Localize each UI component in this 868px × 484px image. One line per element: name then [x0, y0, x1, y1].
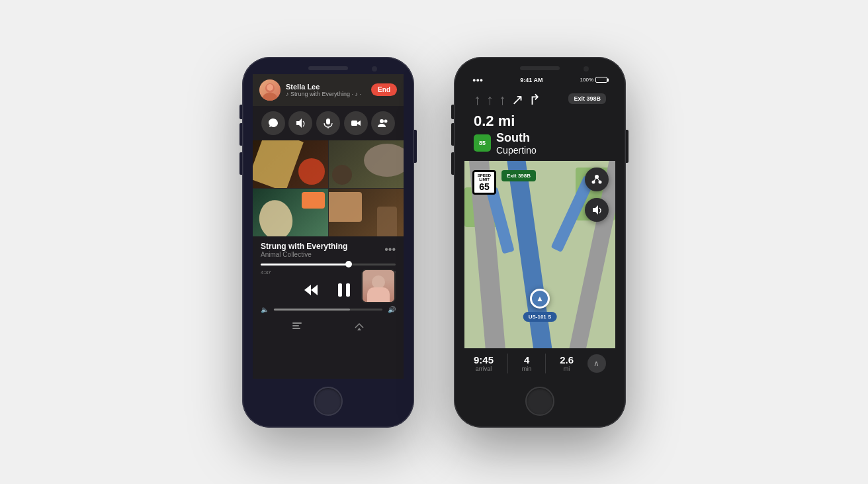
- volume-up-button[interactable]: [239, 123, 242, 146]
- svg-marker-23: [593, 205, 598, 215]
- rewind-button[interactable]: [303, 282, 319, 298]
- svg-marker-7: [357, 121, 361, 126]
- minutes-value: 4: [524, 354, 529, 365]
- signal-strength: ●●●: [472, 77, 483, 83]
- volume-max-icon: 🔊: [388, 306, 396, 313]
- map-view: SPEED LIMIT 65 Exit 398B ▲ US-101 S: [464, 161, 615, 348]
- phone-top-bar-2: [454, 57, 626, 74]
- pause-button[interactable]: [335, 281, 353, 299]
- volume-row: 🔈 🔊: [253, 303, 404, 316]
- lane-arrow-5: ↱: [529, 91, 541, 109]
- sound-toggle-button[interactable]: [585, 198, 609, 222]
- phone-top-bar: [242, 57, 414, 74]
- volume-fill: [274, 309, 350, 311]
- message-action-button[interactable]: [261, 111, 285, 135]
- exit-sign: Exit 398B: [501, 170, 536, 181]
- svg-point-2: [267, 84, 273, 91]
- volume-up-button-2[interactable]: [451, 123, 454, 146]
- volume-down-button-2[interactable]: [451, 152, 454, 175]
- more-options-button[interactable]: •••: [384, 244, 396, 256]
- svg-rect-4: [326, 119, 330, 124]
- footer-divider-2: [545, 354, 546, 373]
- front-camera: [372, 66, 377, 72]
- speed-limit-sign: SPEED LIMIT 65: [472, 170, 496, 195]
- bottom-controls: [253, 316, 404, 338]
- svg-point-1: [263, 93, 277, 101]
- status-bar: ●●● 9:41 AM 100%: [464, 74, 615, 86]
- call-actions-row: [253, 106, 404, 140]
- speaker-grille: [308, 66, 348, 70]
- airplay-button[interactable]: [353, 320, 365, 334]
- direction-header: ↑ ↑ ↑ ↗ ↱ Exit 398B 0.2 mi 85 South: [464, 86, 615, 161]
- progress-bar[interactable]: [261, 264, 396, 266]
- end-call-button[interactable]: End: [371, 83, 397, 96]
- svg-marker-17: [357, 328, 361, 330]
- phones-container: Stella Lee ♪ Strung with Everything · ♪ …: [242, 57, 626, 428]
- mic-action-button[interactable]: [316, 111, 340, 135]
- caller-name: Stella Lee: [286, 83, 366, 91]
- road-direction: South: [496, 131, 537, 145]
- video-pip: [361, 269, 396, 303]
- navigation-distance: 0.2 mi: [474, 113, 606, 130]
- volume-bar[interactable]: [274, 309, 382, 311]
- progress-dot: [345, 261, 352, 267]
- svg-rect-14: [292, 322, 302, 324]
- arrival-time-stat: 9:45 arrival: [474, 354, 494, 372]
- maps-phone: ●●● 9:41 AM 100% ↑ ↑ ↑: [454, 57, 626, 428]
- track-artist: Animal Collective: [261, 251, 347, 258]
- exit-label: Exit 398B: [568, 93, 606, 104]
- time-elapsed: 4:37: [261, 269, 271, 275]
- maps-screen: ●●● 9:41 AM 100% ↑ ↑ ↑: [464, 74, 615, 379]
- video-action-button[interactable]: [344, 111, 368, 135]
- home-button[interactable]: [314, 387, 343, 416]
- speed-limit-label: SPEED LIMIT: [476, 173, 493, 182]
- music-screen: Stella Lee ♪ Strung with Everything · ♪ …: [253, 74, 404, 379]
- miles-stat: 2.6 mi: [560, 354, 574, 372]
- lane-arrow-1: ↑: [474, 91, 481, 109]
- lane-arrow-2: ↑: [486, 91, 494, 109]
- minutes-label: min: [522, 365, 532, 372]
- power-button-2[interactable]: [626, 130, 629, 163]
- expand-route-button[interactable]: ∧: [587, 354, 606, 373]
- lane-arrows: ↑ ↑ ↑ ↗ ↱ Exit 398B: [474, 91, 606, 109]
- home-button-2[interactable]: [525, 387, 554, 416]
- progress-bar-container[interactable]: [253, 261, 404, 268]
- battery-tip: [607, 78, 609, 81]
- call-subtitle: ♪ Strung with Everything · ♪ ·: [286, 91, 366, 97]
- svg-marker-3: [296, 119, 302, 128]
- svg-point-9: [384, 119, 388, 122]
- battery-icon: [595, 77, 607, 83]
- volume-down-button[interactable]: [239, 152, 242, 175]
- caller-avatar: [259, 79, 281, 101]
- minutes-stat: 4 min: [522, 354, 532, 372]
- battery-percent: 100%: [580, 77, 593, 83]
- speaker-action-button[interactable]: [288, 111, 312, 135]
- track-info: Strung with Everything Animal Collective…: [253, 236, 404, 261]
- call-info: Stella Lee ♪ Strung with Everything · ♪ …: [286, 83, 366, 97]
- status-time: 9:41 AM: [520, 77, 542, 83]
- call-banner: Stella Lee ♪ Strung with Everything · ♪ …: [253, 74, 404, 106]
- miles-label: mi: [564, 365, 570, 372]
- progress-fill: [261, 264, 349, 266]
- phone-bottom: [242, 379, 414, 428]
- svg-point-8: [380, 119, 384, 123]
- mute-switch[interactable]: [239, 105, 242, 119]
- playback-controls: [253, 277, 404, 303]
- power-button[interactable]: [414, 130, 417, 163]
- route-label: US-101 S: [523, 312, 557, 322]
- track-title: Strung with Everything: [261, 242, 347, 251]
- front-camera-2: [584, 66, 589, 72]
- lane-arrow-3: ↑: [499, 91, 506, 109]
- album-art: [253, 140, 404, 236]
- road-badge-row: 85 South Cupertino: [474, 131, 606, 156]
- music-phone: Stella Lee ♪ Strung with Everything · ♪ …: [242, 57, 414, 428]
- svg-rect-15: [292, 325, 299, 326]
- lyrics-button[interactable]: [291, 320, 303, 334]
- speed-limit-number: 65: [476, 182, 493, 191]
- svg-marker-10: [304, 285, 311, 295]
- lane-arrow-4: ↗: [511, 91, 523, 109]
- mute-switch-2[interactable]: [451, 105, 454, 119]
- people-action-button[interactable]: [371, 111, 395, 135]
- share-route-button[interactable]: [585, 168, 609, 191]
- arrival-time-label: arrival: [476, 365, 492, 372]
